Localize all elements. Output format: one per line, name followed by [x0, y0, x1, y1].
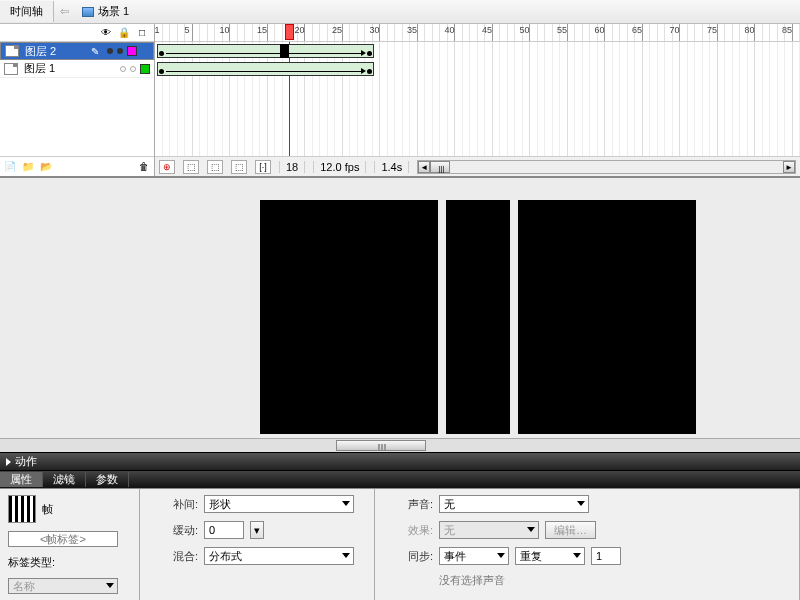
- sound-select[interactable]: 无: [439, 495, 589, 513]
- add-layer-icon[interactable]: 📄: [4, 161, 16, 173]
- effect-select: 无: [439, 521, 539, 539]
- frame-section-label: 帧: [42, 502, 53, 517]
- layers-panel: 👁 🔒 □ 图层 2 ✎ 图层 1 📄 📁 📂 🗑: [0, 24, 155, 176]
- no-sound-label: 没有选择声音: [439, 573, 505, 588]
- properties-panel: 帧 标签类型: 名称 补间: 形状 缓动: ▾ 混合: 分布式 声音: 无 效果…: [0, 488, 800, 600]
- scroll-left-icon[interactable]: ◄: [418, 161, 430, 173]
- tab-properties[interactable]: 属性: [0, 472, 43, 487]
- onion-skin-icon[interactable]: ⬚: [183, 160, 199, 174]
- actions-title: 动作: [15, 454, 37, 469]
- actions-panel-header[interactable]: 动作: [0, 452, 800, 470]
- lock-icon[interactable]: 🔒: [118, 27, 130, 39]
- scene-tab[interactable]: 场景 1: [74, 1, 137, 22]
- fps-value: 12.0 fps: [313, 161, 366, 173]
- stage[interactable]: [0, 178, 800, 452]
- sound-lbl: 声音:: [383, 497, 433, 512]
- trash-icon[interactable]: 🗑: [138, 161, 150, 173]
- add-guide-icon[interactable]: 📁: [22, 161, 34, 173]
- stage-shape-3[interactable]: [518, 200, 696, 434]
- ease-lbl: 缓动:: [148, 523, 198, 538]
- current-frame: 18: [279, 161, 305, 173]
- outline-icon[interactable]: □: [136, 27, 148, 39]
- edit-effect-button: 编辑…: [545, 521, 596, 539]
- timeline-h-scroll[interactable]: ◄ ||| ►: [417, 160, 796, 174]
- repeat-select[interactable]: 重复: [515, 547, 585, 565]
- timeline-tracks[interactable]: [155, 42, 800, 156]
- outline-color-icon[interactable]: [127, 46, 137, 56]
- stage-shape-1[interactable]: [260, 200, 438, 434]
- repeat-count-input[interactable]: [591, 547, 621, 565]
- playhead-icon[interactable]: [285, 24, 294, 40]
- layer-row-1[interactable]: 图层 1: [0, 60, 154, 78]
- outline-color-icon[interactable]: [140, 64, 150, 74]
- time-value: 1.4s: [374, 161, 409, 173]
- pencil-icon: ✎: [91, 46, 103, 57]
- timeline-ruler[interactable]: 1510152025303540455055606570758085909510…: [155, 24, 800, 42]
- effect-lbl: 效果:: [383, 523, 433, 538]
- scroll-thumb[interactable]: |||: [430, 161, 450, 173]
- blend-lbl: 混合:: [148, 549, 198, 564]
- visibility-dot-icon[interactable]: [107, 48, 113, 54]
- lock-dot-icon[interactable]: [130, 66, 136, 72]
- layer-icon: [5, 45, 19, 57]
- sync-lbl: 同步:: [383, 549, 433, 564]
- layer-icon: [4, 63, 18, 75]
- tween-select[interactable]: 形状: [204, 495, 354, 513]
- layer-name: 图层 2: [23, 44, 87, 59]
- tween-lbl: 补间:: [148, 497, 198, 512]
- scene-label: 场景 1: [98, 4, 129, 19]
- tab-timeline[interactable]: 时间轴: [0, 1, 54, 22]
- onion-outline-icon[interactable]: ⬚: [207, 160, 223, 174]
- frame-thumb-icon: [8, 495, 36, 523]
- layer-name: 图层 1: [22, 61, 100, 76]
- frame-label-input[interactable]: [8, 531, 118, 547]
- label-type-select: 名称: [8, 578, 118, 594]
- label-type-lbl: 标签类型:: [8, 555, 55, 570]
- blend-select[interactable]: 分布式: [204, 547, 354, 565]
- onion-markers-icon[interactable]: [·]: [255, 160, 271, 174]
- visibility-dot-icon[interactable]: [120, 66, 126, 72]
- scene-icon: [82, 7, 94, 17]
- ease-stepper[interactable]: ▾: [250, 521, 264, 539]
- scroll-right-icon[interactable]: ►: [783, 161, 795, 173]
- expand-icon: [6, 458, 11, 466]
- playhead-line: [289, 42, 290, 156]
- lock-dot-icon[interactable]: [117, 48, 123, 54]
- stage-shape-2[interactable]: [446, 200, 510, 434]
- tab-filters[interactable]: 滤镜: [43, 472, 86, 487]
- add-folder-icon[interactable]: 📂: [40, 161, 52, 173]
- sync-select[interactable]: 事件: [439, 547, 509, 565]
- nav-back-icon[interactable]: ⇦: [54, 5, 74, 18]
- stage-scroll-thumb[interactable]: [336, 440, 426, 451]
- tab-params[interactable]: 参数: [86, 472, 129, 487]
- edit-multi-icon[interactable]: ⬚: [231, 160, 247, 174]
- ease-input[interactable]: [204, 521, 244, 539]
- stage-h-scroll[interactable]: [0, 438, 800, 452]
- layer-row-0[interactable]: 图层 2 ✎: [0, 42, 154, 60]
- center-frame-icon[interactable]: ⊕: [159, 160, 175, 174]
- eye-icon[interactable]: 👁: [100, 27, 112, 39]
